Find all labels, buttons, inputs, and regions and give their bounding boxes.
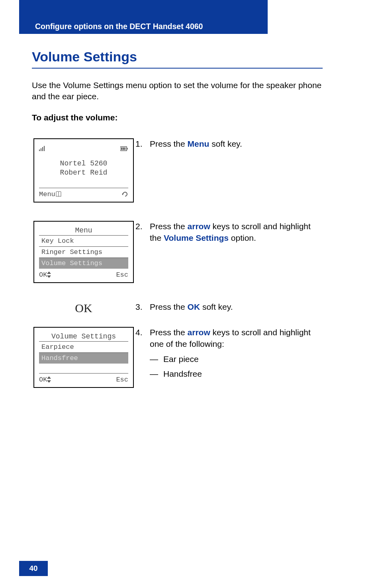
softkey-left-menu: Menu xyxy=(39,191,55,198)
lcd-idle-screen: Nortel 5260 Robert Reid Menu xyxy=(33,138,134,203)
lcd-menu-screen: Menu Key Lock Ringer Settings Volume Set… xyxy=(33,221,134,283)
page-number-value: 40 xyxy=(29,564,37,573)
step-1-pre: Press the xyxy=(150,139,188,148)
lcd-idle-line1: Nortel 5260 xyxy=(39,159,128,168)
lcd-volume-title: Volume Settings xyxy=(39,332,128,340)
step-3-text: Press the OK soft key. xyxy=(150,301,233,313)
step-3-post: soft key. xyxy=(200,302,233,311)
svg-rect-2 xyxy=(42,147,43,151)
volume-item-earpiece: Earpiece xyxy=(39,341,128,352)
step-3-row: OK 3. Press the OK soft key. xyxy=(32,301,323,315)
step-3-pre: Press the xyxy=(150,302,188,311)
page-header: Configure options on the DECT Handset 40… xyxy=(27,19,262,34)
svg-marker-10 xyxy=(122,193,123,195)
title-underline xyxy=(32,68,323,69)
step-1-number: 1. xyxy=(135,138,150,149)
step-2-key2: Volume Settings xyxy=(164,233,229,242)
dash-label-handsfree: Handsfree xyxy=(163,368,202,380)
step-2-key1: arrow xyxy=(188,222,210,231)
lcd-menu-list: Key Lock Ringer Settings Volume Settings xyxy=(39,235,128,269)
page-number: 40 xyxy=(19,561,48,576)
svg-rect-5 xyxy=(127,148,128,149)
svg-marker-11 xyxy=(47,271,51,274)
lcd-idle-text: Nortel 5260 Robert Reid xyxy=(39,159,128,178)
dash-symbol: — xyxy=(150,368,163,380)
step-4-key: arrow xyxy=(188,328,210,337)
signal-icon xyxy=(39,146,45,151)
step-2-number: 2. xyxy=(135,221,150,244)
svg-rect-0 xyxy=(39,149,40,151)
softkey-left-ok: OK xyxy=(39,376,47,383)
lcd-idle-line2: Robert Reid xyxy=(39,168,128,177)
lcd-softkey-row: Menu xyxy=(39,190,128,199)
step-3-key: OK xyxy=(188,302,200,311)
step-2-pre: Press the xyxy=(150,222,188,231)
dash-symbol: — xyxy=(150,354,163,365)
step-3-number: 3. xyxy=(135,301,150,313)
menu-item-volume-highlight: Volume Settings xyxy=(39,258,128,269)
svg-rect-1 xyxy=(41,148,41,151)
step-4-pre: Press the xyxy=(150,328,188,337)
page-content: Volume Settings Use the Volume Settings … xyxy=(32,42,323,406)
softkey-right-esc: Esc xyxy=(116,376,128,383)
section-title: Volume Settings xyxy=(32,49,323,65)
step-4-row: Volume Settings Earpiece Handsfree OK Es… xyxy=(32,327,323,388)
lcd-volume-softkey-row: OK Esc xyxy=(39,375,128,384)
page-header-title: Configure options on the DECT Handset 40… xyxy=(35,22,203,31)
step-1-key: Menu xyxy=(188,139,210,148)
redial-icon xyxy=(122,191,128,197)
softkey-left-ok: OK xyxy=(39,271,47,279)
dash-item-earpiece: — Ear piece xyxy=(150,354,323,365)
ok-label-figure: OK xyxy=(75,301,92,315)
menu-item-ringer: Ringer Settings xyxy=(39,246,128,258)
svg-rect-8 xyxy=(124,147,125,150)
lcd-volume-list: Earpiece Handsfree xyxy=(39,341,128,373)
steps-area: Nortel 5260 Robert Reid Menu xyxy=(32,138,323,388)
softkey-right-esc: Esc xyxy=(116,271,128,279)
step-4-text: Press the arrow keys to scroll and highl… xyxy=(150,327,323,382)
step-4-number: 4. xyxy=(135,327,150,382)
lcd-status-row xyxy=(39,143,128,151)
lcd-volume-screen: Volume Settings Earpiece Handsfree OK Es… xyxy=(33,327,134,388)
lcd-menu-softkey-row: OK Esc xyxy=(39,270,128,279)
step-1-text: Press the Menu soft key. xyxy=(150,138,242,149)
book-icon xyxy=(55,191,122,197)
step-2-row: Menu Key Lock Ringer Settings Volume Set… xyxy=(32,221,323,283)
updown-arrow-icon xyxy=(47,376,116,383)
menu-item-keylock: Key Lock xyxy=(39,235,128,246)
volume-item-spacer xyxy=(39,364,128,373)
svg-marker-12 xyxy=(47,275,51,278)
svg-rect-6 xyxy=(121,147,122,150)
step-2-post: option. xyxy=(229,233,256,242)
svg-rect-7 xyxy=(123,147,124,150)
section-intro: Use the Volume Settings menu option to s… xyxy=(32,80,323,102)
lcd-divider xyxy=(39,373,128,374)
step-1-row: Nortel 5260 Robert Reid Menu xyxy=(32,138,323,203)
step-1-post: soft key. xyxy=(209,139,242,148)
lcd-menu-title: Menu xyxy=(39,226,128,234)
svg-marker-13 xyxy=(47,376,51,379)
svg-marker-14 xyxy=(47,380,51,383)
dash-label-earpiece: Ear piece xyxy=(163,354,199,365)
step-2-text: Press the arrow keys to scroll and highl… xyxy=(150,221,323,244)
dash-item-handsfree: — Handsfree xyxy=(150,368,323,380)
svg-rect-3 xyxy=(44,146,45,151)
volume-item-handsfree-highlight: Handsfree xyxy=(39,352,128,364)
lcd-divider xyxy=(39,188,128,188)
sub-heading: To adjust the volume: xyxy=(32,113,323,122)
battery-icon xyxy=(120,146,128,151)
updown-arrow-icon xyxy=(47,271,116,278)
step-4-dash-list: — Ear piece — Handsfree xyxy=(150,354,323,380)
